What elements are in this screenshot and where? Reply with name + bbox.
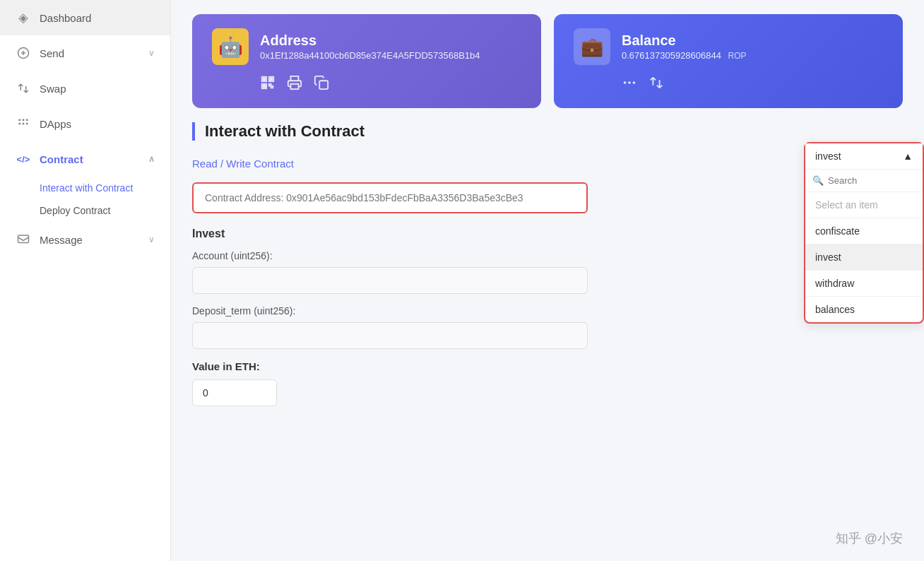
- more-icon[interactable]: [622, 75, 637, 94]
- sidebar-item-send[interactable]: Send ∨: [0, 35, 170, 71]
- send-icon: [16, 45, 31, 61]
- svg-rect-12: [271, 78, 273, 81]
- sidebar-item-swap[interactable]: Swap: [0, 71, 170, 106]
- chevron-up-icon: ▲: [903, 150, 913, 162]
- svg-rect-15: [319, 81, 328, 89]
- sidebar-item-label: Send: [40, 47, 64, 59]
- value-eth-label: Value in ETH:: [192, 360, 903, 372]
- sidebar-item-deploy-contract[interactable]: Deploy Contract: [40, 199, 170, 222]
- invest-title: Invest: [192, 228, 903, 240]
- sidebar-item-dapps[interactable]: DApps: [0, 106, 170, 141]
- sidebar-item-label: DApps: [40, 118, 71, 130]
- svg-rect-13: [263, 85, 266, 88]
- balance-icon: 💼: [574, 28, 610, 65]
- svg-point-6: [26, 123, 28, 125]
- deposit-label: Deposit_term (uint256):: [192, 305, 903, 317]
- address-card: 🤖 Address 0x1Ef1288a44100cb6D85e374E4A5F…: [192, 14, 541, 108]
- header-cards: 🤖 Address 0x1Ef1288a44100cb6D85e374E4A5F…: [171, 0, 924, 122]
- sidebar-item-message[interactable]: Message ∨: [0, 222, 170, 257]
- balance-value: 0.676137305928606844 ROP: [622, 50, 747, 61]
- swap-icon[interactable]: [648, 75, 664, 94]
- dropdown-selected-label: invest: [815, 150, 841, 162]
- dropdown-item-balances[interactable]: balances: [805, 297, 923, 322]
- balance-card-title: Balance: [622, 33, 747, 49]
- dapps-icon: [16, 116, 31, 131]
- chevron-down-icon: ∨: [148, 235, 155, 244]
- svg-rect-7: [18, 235, 29, 243]
- contract-address-input[interactable]: [192, 182, 588, 213]
- print-icon[interactable]: [287, 75, 302, 94]
- dropdown-item-invest[interactable]: invest: [805, 244, 923, 271]
- dropdown-search-input[interactable]: [828, 175, 916, 186]
- sidebar-item-label: Swap: [40, 83, 66, 95]
- message-icon: [16, 232, 31, 247]
- dropdown-item-confiscate[interactable]: confiscate: [805, 218, 923, 244]
- avatar: 🤖: [212, 28, 249, 65]
- sidebar-item-interact-contract[interactable]: Interact with Contract: [40, 177, 170, 199]
- swap-icon: [16, 81, 31, 96]
- svg-point-16: [629, 82, 630, 83]
- function-dropdown-selected[interactable]: invest ▲: [805, 143, 923, 170]
- address-value: 0x1Ef1288a44100cb6D85e374E4A5FDD573568B1…: [260, 50, 480, 61]
- main-content: 🤖 Address 0x1Ef1288a44100cb6D85e374E4A5F…: [171, 0, 924, 561]
- svg-point-1: [18, 119, 20, 121]
- svg-point-4: [18, 123, 20, 125]
- sidebar: ◈ Dashboard Send ∨ Swap DApps </> Contra…: [0, 0, 171, 561]
- sidebar-item-label: Dashboard: [40, 12, 91, 24]
- sidebar-submenu-contract: Interact with Contract Deploy Contract: [0, 177, 170, 222]
- sidebar-item-contract[interactable]: </> Contract ∧: [0, 141, 170, 177]
- chevron-down-icon: ∨: [148, 48, 155, 58]
- svg-point-5: [23, 123, 25, 125]
- svg-rect-14: [291, 84, 299, 89]
- search-icon: 🔍: [812, 175, 824, 186]
- value-eth-input[interactable]: [192, 379, 277, 406]
- section-label: Read / Write Contract: [192, 158, 903, 170]
- dropdown-search-wrap: 🔍: [805, 170, 923, 192]
- account-input[interactable]: [192, 267, 588, 294]
- svg-point-18: [624, 82, 626, 83]
- sidebar-item-label: Contract: [40, 153, 83, 165]
- qr-code-icon[interactable]: [260, 75, 276, 94]
- contract-icon: </>: [16, 151, 31, 167]
- svg-point-17: [634, 82, 635, 83]
- function-dropdown-container: invest ▲ 🔍 Select an item confiscate inv…: [804, 142, 924, 324]
- balance-card: 💼 Balance 0.676137305928606844 ROP: [554, 14, 903, 108]
- svg-rect-11: [263, 78, 266, 81]
- copy-icon[interactable]: [314, 75, 329, 94]
- dashboard-icon: ◈: [16, 10, 31, 25]
- svg-point-2: [23, 119, 25, 121]
- address-card-title: Address: [260, 33, 480, 49]
- chevron-up-icon: ∧: [148, 154, 155, 164]
- deposit-input[interactable]: [192, 322, 588, 349]
- account-label: Account (uint256):: [192, 250, 903, 261]
- page-title: Interact with Contract: [205, 122, 365, 141]
- dropdown-list: Select an item confiscate invest withdra…: [805, 192, 923, 322]
- page-content: Interact with Contract Read / Write Cont…: [171, 122, 924, 561]
- dropdown-item-withdraw[interactable]: withdraw: [805, 271, 923, 297]
- sidebar-item-label: Message: [40, 234, 83, 246]
- sidebar-item-dashboard[interactable]: ◈ Dashboard: [0, 0, 170, 35]
- dropdown-item-select[interactable]: Select an item: [805, 192, 923, 218]
- svg-point-3: [26, 119, 28, 121]
- breadcrumb: Interact with Contract: [192, 122, 903, 141]
